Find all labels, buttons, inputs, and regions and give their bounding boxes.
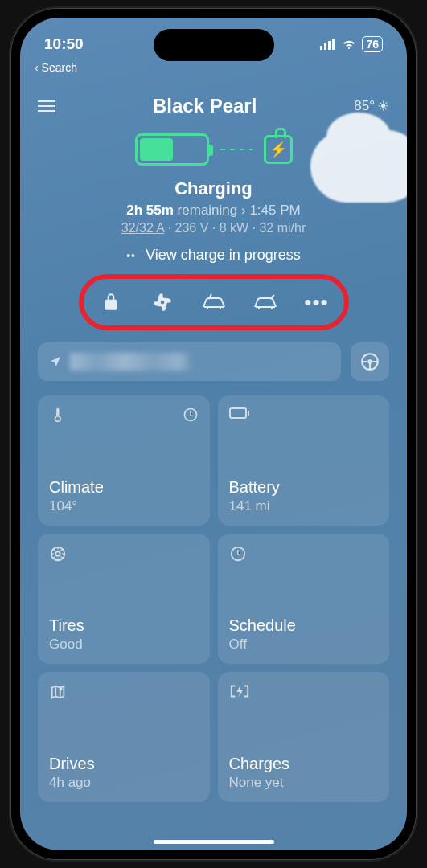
battery-icon xyxy=(135,133,209,166)
svg-rect-0 xyxy=(320,46,322,50)
trunk-icon xyxy=(253,293,278,312)
card-value: 141 mi xyxy=(229,498,379,514)
battery-graphic: ⚡ xyxy=(38,133,389,166)
back-search-link[interactable]: ‹ Search xyxy=(35,61,77,74)
frunk-button[interactable] xyxy=(198,286,230,318)
status-stats: 32/32 A · 236 V · 8 kW · 32 mi/hr xyxy=(38,221,389,235)
status-battery: 76 xyxy=(362,36,383,52)
card-label: Tires xyxy=(49,616,199,635)
status-remaining: 2h 55m remaining › 1:45 PM xyxy=(38,203,389,219)
charge-line-icon xyxy=(220,149,253,150)
card-value: Off xyxy=(229,637,379,653)
svg-point-4 xyxy=(160,301,164,305)
tires-card[interactable]: Tires Good xyxy=(38,534,210,664)
charge-bolt-icon xyxy=(229,683,250,699)
more-button[interactable]: ••• xyxy=(301,286,333,318)
clock-icon xyxy=(229,545,247,563)
navigate-input[interactable] xyxy=(38,342,341,381)
navigate-address-blurred xyxy=(70,353,207,371)
amps-link[interactable]: 32/32 A xyxy=(121,221,164,235)
svg-rect-3 xyxy=(332,39,335,50)
phone-frame: 10:50 76 ‹ Search Black Pearl 85° xyxy=(10,8,417,860)
status-time: 10:50 xyxy=(44,35,84,53)
thermometer-icon xyxy=(49,407,65,424)
svg-rect-9 xyxy=(248,411,249,416)
lock-button[interactable] xyxy=(95,286,127,318)
svg-point-6 xyxy=(367,359,372,363)
charging-status: Charging 2h 55m remaining › 1:45 PM 32/3… xyxy=(38,178,389,235)
cellular-icon xyxy=(320,39,336,50)
charges-card[interactable]: Charges None yet xyxy=(218,672,390,802)
drives-card[interactable]: Drives 4h ago xyxy=(38,672,210,802)
card-label: Schedule xyxy=(229,616,379,635)
vehicle-title: Black Pearl xyxy=(55,95,354,117)
status-right: 76 xyxy=(320,36,383,52)
steering-wheel-button[interactable] xyxy=(351,342,389,381)
card-value: 104° xyxy=(49,498,199,514)
more-icon: ••• xyxy=(304,290,328,315)
svg-rect-8 xyxy=(230,408,246,418)
status-main: Charging xyxy=(38,178,389,199)
svg-rect-1 xyxy=(324,43,326,50)
svg-point-13 xyxy=(60,688,63,691)
fan-icon xyxy=(151,291,174,313)
page-dots-icon: •• xyxy=(126,249,136,262)
card-label: Climate xyxy=(49,478,199,497)
weather-display[interactable]: 85° ☀ xyxy=(354,98,389,115)
clock-icon xyxy=(183,407,199,424)
frunk-icon xyxy=(201,293,227,312)
quick-actions-row: ••• xyxy=(85,276,343,328)
battery-card[interactable]: Battery 141 mi xyxy=(218,395,390,526)
climate-card[interactable]: Climate 104° xyxy=(38,395,210,526)
card-label: Drives xyxy=(49,755,199,773)
back-label: Search xyxy=(42,61,77,74)
view-charge-progress[interactable]: •• View charge in progress xyxy=(38,247,389,264)
battery-icon xyxy=(229,407,250,420)
trunk-button[interactable] xyxy=(249,286,281,318)
card-label: Battery xyxy=(229,478,379,497)
schedule-card[interactable]: Schedule Off xyxy=(218,534,390,664)
card-value: Good xyxy=(49,637,199,653)
steering-wheel-icon xyxy=(359,351,380,372)
screen: 10:50 76 ‹ Search Black Pearl 85° xyxy=(20,18,407,850)
home-indicator[interactable] xyxy=(154,840,274,844)
menu-button[interactable] xyxy=(38,100,55,112)
svg-rect-2 xyxy=(328,41,331,50)
charger-icon: ⚡ xyxy=(264,135,293,164)
tire-icon xyxy=(49,545,67,563)
dynamic-island xyxy=(154,29,274,61)
climate-button[interactable] xyxy=(146,286,179,318)
svg-point-11 xyxy=(55,551,60,556)
location-arrow-icon xyxy=(49,355,62,368)
map-pin-icon xyxy=(49,683,67,701)
card-label: Charges xyxy=(229,755,379,773)
card-value: None yet xyxy=(229,775,379,791)
chevron-left-icon: ‹ xyxy=(35,61,39,74)
wifi-icon xyxy=(341,39,357,50)
card-value: 4h ago xyxy=(49,775,199,791)
sun-icon: ☀ xyxy=(377,98,389,115)
lock-icon xyxy=(101,292,121,313)
